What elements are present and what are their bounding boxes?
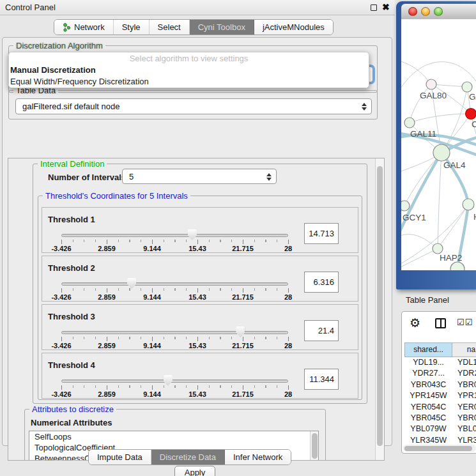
cell[interactable]: YER0 — [452, 402, 476, 413]
cell[interactable]: YPR145W — [404, 390, 452, 401]
tick-label: 2.859 — [98, 245, 116, 252]
threshold-2-slider[interactable]: -3.426 2.859 9.144 15.43 21.715 28 — [61, 256, 288, 302]
tab-style[interactable]: Style — [114, 20, 150, 35]
tab-impute-data[interactable]: Impute Data — [89, 450, 151, 464]
node-label-gcy1: GCY1 — [403, 213, 426, 222]
list-item[interactable]: SelfLoops — [29, 431, 318, 442]
table-row[interactable]: YBR043CYBR0 — [404, 380, 476, 390]
tick-label: -3.426 — [51, 245, 71, 252]
tab-discretize-label: Discretize Data — [160, 452, 216, 462]
tab-cyni-toolbox[interactable]: Cyni Toolbox — [190, 20, 254, 35]
node-hap2[interactable] — [433, 243, 443, 254]
tab-discretize-data[interactable]: Discretize Data — [151, 450, 225, 464]
node-red-selected[interactable] — [466, 109, 476, 119]
table-row[interactable]: YBL079WYBL0 — [404, 424, 476, 434]
tick-label: -3.426 — [51, 342, 71, 349]
table-row[interactable]: YPR145WYPR1 — [404, 390, 476, 401]
cell[interactable]: YLR3 — [452, 435, 476, 444]
cell[interactable]: YER054C — [404, 402, 452, 413]
dropdown-option-equal-width[interactable]: Equal Width/Frequency Discretization — [10, 77, 149, 86]
node-h[interactable] — [463, 199, 474, 210]
cell[interactable]: YDR2 — [452, 368, 476, 379]
tab-infer-network[interactable]: Infer Network — [225, 450, 291, 464]
node-label-h: H — [473, 212, 476, 222]
tab-select[interactable]: Select — [150, 20, 190, 35]
tab-jactivemnodules[interactable]: jActiveMNodules — [254, 20, 333, 35]
cell[interactable]: YBL079W — [404, 424, 452, 434]
mac-zoom-button[interactable] — [434, 7, 443, 16]
split-view-icon[interactable] — [435, 318, 446, 328]
threshold-2-value-field[interactable]: 6.316 — [304, 272, 339, 293]
slider-track — [61, 331, 288, 334]
mac-close-button[interactable] — [408, 7, 417, 16]
cell[interactable]: YLR345W — [404, 435, 452, 444]
node-gcy1[interactable] — [401, 201, 410, 211]
apply-button[interactable]: Apply — [174, 466, 215, 476]
bottom-tabbar: Impute Data Discretize Data Infer Networ… — [88, 449, 291, 465]
threshold-4-slider[interactable]: -3.426 2.859 9.144 15.43 21.715 28 — [61, 353, 288, 399]
table-row[interactable]: YDR27...YDR2 — [404, 368, 476, 379]
number-of-intervals-value: 5 — [129, 172, 134, 181]
mac-minimize-button[interactable] — [421, 7, 430, 16]
network-canvas[interactable]: GAL80 GA C GAL11 GAL4 GCY1 H HAP2 — [401, 19, 476, 270]
tab-network[interactable]: Network — [54, 20, 114, 35]
threshold-4-panel: Threshold 4 -3.426 2.859 9.144 15.43 21.… — [42, 353, 358, 399]
cell[interactable]: YDR27... — [404, 368, 452, 379]
close-icon[interactable]: ✖ — [382, 2, 390, 12]
threshold-2-panel: Threshold 2 -3.426 2.859 9.144 15.43 21.… — [42, 256, 358, 302]
dropdown-prompt: Select algorithm to view settings — [9, 54, 369, 63]
panel-vertical-scrollbar[interactable] — [375, 158, 384, 460]
tick-label: 21.715 — [232, 293, 254, 301]
table-row[interactable]: YLR345WYLR3 — [404, 435, 476, 444]
table-horizontal-scrollbar[interactable] — [403, 445, 476, 452]
threshold-1-slider[interactable]: -3.426 2.859 9.144 15.43 21.715 28 — [61, 208, 288, 254]
column-header-shared-name[interactable]: shared... — [404, 342, 452, 357]
slider-thumb[interactable] — [127, 278, 136, 289]
threshold-2-value: 6.316 — [313, 277, 334, 287]
cell[interactable]: YDL1 — [452, 357, 476, 368]
table-row[interactable]: YER054CYER0 — [404, 402, 476, 413]
table-row[interactable]: YBR045CYBR0 — [404, 413, 476, 424]
cell[interactable]: YBR0 — [452, 380, 476, 390]
combo-arrows-icon — [266, 173, 272, 181]
apply-button-label: Apply — [185, 468, 206, 476]
cell[interactable]: YBR045C — [404, 413, 452, 424]
scrollbar-thumb[interactable] — [312, 433, 318, 459]
cyni-toolbox-panel: Discretization Algorithm Table Data galF… — [2, 37, 392, 446]
column-header-name[interactable]: na — [452, 342, 476, 357]
scrollbar-thumb[interactable] — [377, 166, 383, 446]
slider-thumb[interactable] — [188, 229, 197, 240]
cell[interactable]: YBL0 — [452, 424, 476, 434]
scrollbar-thumb[interactable] — [404, 446, 472, 451]
threshold-3-value-field[interactable]: 21.4 — [304, 320, 339, 341]
slider-thumb[interactable] — [236, 326, 245, 337]
dropdown-option-manual-discretization[interactable]: Manual Discretization — [10, 65, 96, 75]
float-window-icon[interactable] — [371, 4, 377, 11]
number-of-intervals-combobox[interactable]: 5 — [122, 169, 277, 184]
node-gal80[interactable] — [426, 79, 436, 89]
node-partial[interactable] — [450, 262, 464, 270]
threshold-3-slider[interactable]: -3.426 2.859 9.144 15.43 21.715 28 — [61, 305, 288, 351]
network-window-titlebar[interactable] — [401, 4, 476, 19]
threshold-3-value: 21.4 — [318, 326, 334, 335]
tab-infer-label: Infer Network — [233, 452, 282, 462]
node-label-c: C — [472, 119, 476, 129]
table-panel-title: Table Panel — [406, 295, 449, 305]
node-gal11[interactable] — [404, 118, 415, 128]
cell[interactable]: YBR0 — [452, 413, 476, 424]
cell[interactable]: YPR1 — [452, 390, 476, 401]
select-columns-icons[interactable]: ☑☑ — [457, 318, 473, 327]
attributes-scrollbar[interactable] — [310, 431, 318, 461]
cell[interactable]: YDL19... — [404, 357, 452, 368]
gear-icon[interactable]: ⚙ — [410, 316, 420, 330]
table-row[interactable]: YDL19...YDL1 — [404, 357, 476, 368]
node-gal4[interactable] — [433, 144, 450, 161]
node-ga[interactable] — [462, 82, 472, 92]
table-data-combobox[interactable]: galFiltered.sif default node — [15, 98, 372, 114]
slider-thumb[interactable] — [164, 375, 173, 386]
threshold-4-value-field[interactable]: 11.344 — [304, 369, 339, 390]
network-view-window[interactable]: GAL80 GA C GAL11 GAL4 GCY1 H HAP2 — [396, 1, 476, 289]
cell[interactable]: YBR043C — [404, 380, 452, 390]
threshold-1-value-field[interactable]: 14.713 — [304, 223, 339, 244]
tick-label: 2.859 — [98, 390, 116, 398]
